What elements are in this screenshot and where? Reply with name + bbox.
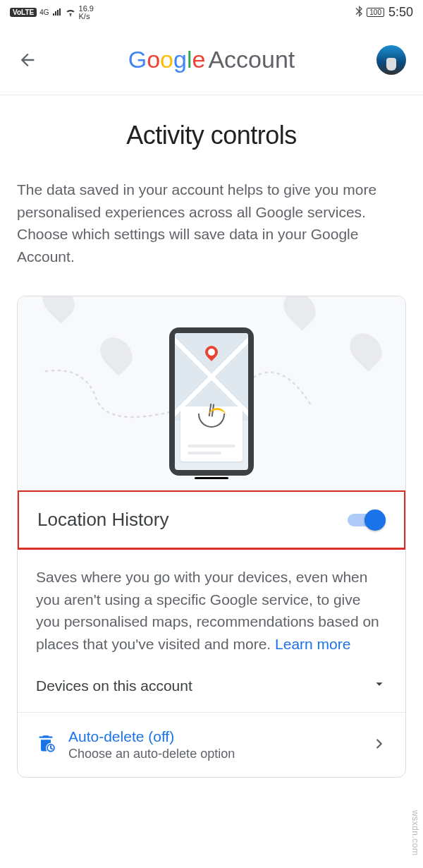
- back-button[interactable]: [17, 49, 38, 71]
- learn-more-link[interactable]: Learn more: [275, 636, 350, 652]
- map-pin-icon: [36, 296, 81, 324]
- data-rate-value: 16.9: [79, 5, 94, 13]
- main-content: Activity controls The data saved in your…: [0, 95, 423, 778]
- food-bowl-icon: [198, 414, 225, 428]
- app-header: Google Account: [0, 25, 423, 95]
- devices-label: Devices on this account: [36, 677, 192, 694]
- chevron-right-icon: [372, 736, 387, 754]
- location-pin-icon: [202, 343, 220, 361]
- auto-delete-subtitle: Choose an auto-delete option: [68, 747, 359, 761]
- status-bar-left: VoLTE 4G 16.9 K/s: [10, 5, 94, 20]
- auto-delete-title: Auto-delete (off): [68, 728, 359, 745]
- auto-delete-row[interactable]: Auto-delete (off) Choose an auto-delete …: [18, 713, 405, 777]
- google-account-logo: Google Account: [128, 46, 295, 73]
- wifi-icon: [65, 7, 76, 18]
- map-pin-icon: [343, 327, 388, 372]
- phone-illustration: [169, 327, 254, 476]
- bluetooth-icon: [355, 6, 362, 19]
- status-bar-right: 100 5:50: [355, 5, 413, 20]
- page-description: The data saved in your account helps to …: [17, 179, 406, 267]
- volte-badge: VoLTE: [10, 8, 37, 17]
- battery-icon: 100: [367, 8, 384, 17]
- chevron-down-icon: [372, 676, 387, 695]
- network-type-label: 4G: [39, 8, 49, 16]
- map-pin-icon: [277, 296, 322, 331]
- account-label: Account: [208, 46, 295, 73]
- page-title: Activity controls: [17, 121, 406, 150]
- avatar[interactable]: [376, 45, 406, 75]
- location-history-title: Location History: [37, 509, 168, 531]
- watermark: wsxdn.com: [410, 810, 420, 856]
- location-illustration: [18, 296, 405, 490]
- status-bar: VoLTE 4G 16.9 K/s 100 5:50: [0, 0, 423, 25]
- location-history-card: Location History Saves where you go with…: [17, 296, 406, 778]
- data-rate: 16.9 K/s: [79, 5, 94, 20]
- location-history-toggle-section: Location History: [17, 490, 406, 550]
- location-history-toggle[interactable]: [348, 510, 386, 531]
- location-history-description: Saves where you go with your devices, ev…: [36, 566, 387, 655]
- clock-time: 5:50: [388, 5, 413, 20]
- location-history-description-section: Saves where you go with your devices, ev…: [18, 549, 405, 713]
- devices-on-account-row[interactable]: Devices on this account: [36, 676, 387, 695]
- signal-icon: [52, 7, 62, 18]
- data-rate-unit: K/s: [79, 13, 94, 20]
- auto-delete-icon: [36, 734, 56, 757]
